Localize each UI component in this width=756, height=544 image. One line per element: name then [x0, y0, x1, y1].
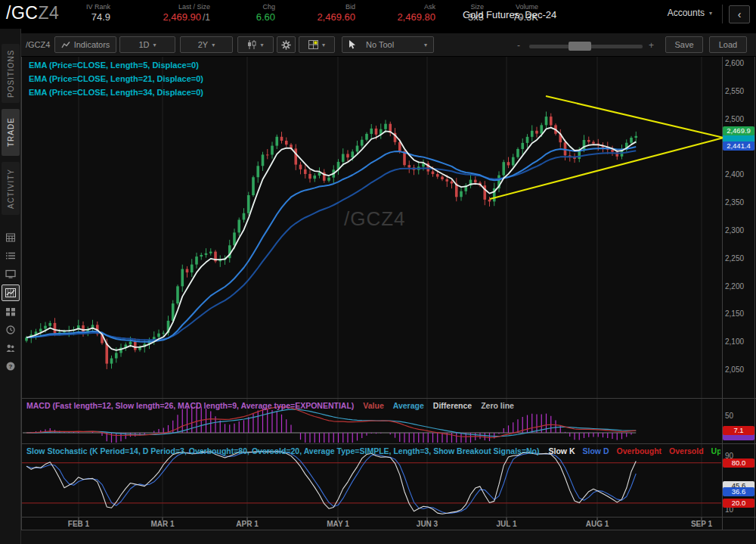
stochastic-legend: Slow KSlow DOverboughtOversoldUp SignalD… — [549, 446, 720, 455]
quote-field-label: Chg — [262, 2, 275, 11]
macd-axis-tick: 50 — [725, 412, 733, 420]
left-sidebar: POSITIONSTRADEACTIVITY ? — [0, 29, 21, 544]
chevron-down-icon: ▾ — [709, 10, 712, 17]
price-bubble: 2,469.9 — [723, 126, 754, 135]
ema-label: EMA (Price=CLOSE, Length=34, Displace=0) — [29, 85, 203, 99]
quote-field-value: 74.9 — [91, 11, 110, 23]
symbol-root: /GC — [6, 3, 38, 23]
macd-legend-item: Zero line — [481, 401, 514, 410]
accounts-dropdown[interactable]: Accounts ▾ — [668, 8, 712, 18]
load-button[interactable]: Load — [709, 36, 747, 53]
load-label: Load — [719, 40, 737, 49]
clock-icon[interactable] — [2, 322, 19, 337]
drawing-tool-dropdown[interactable]: No Tool ▾ — [342, 36, 434, 53]
time-axis-label: APR 1 — [236, 520, 258, 528]
stochastic-value-bubble: 80.0 — [723, 459, 754, 468]
topbar-divider — [722, 5, 723, 23]
stochastic-legend-item: Oversold — [669, 446, 704, 455]
sidebar-tab-activity[interactable]: ACTIVITY — [2, 162, 20, 215]
macd-legend-item: Average — [393, 401, 424, 410]
trading-platform-window: /GCZ4 IV Rank74.9Last / Size2,469.90/1Ch… — [0, 0, 756, 544]
chevron-down-icon: ▾ — [424, 42, 427, 48]
indicators-label: Indicators — [74, 40, 110, 49]
quote-field-suffix: /1 — [203, 12, 210, 23]
price-axis-label: 2,050 — [725, 365, 744, 374]
price-axis-label: 2,300 — [725, 226, 744, 235]
time-axis-label: MAR 1 — [150, 520, 174, 528]
quote-field-value: 2,469.90/1 — [163, 11, 210, 23]
time-axis-label: SEP 1 — [691, 520, 712, 528]
stochastic-study-label: Slow Stochastic (K Period=14, D Period=3… — [26, 446, 540, 455]
macd-legend-item: Difference — [433, 401, 472, 410]
bottom-strip — [21, 530, 756, 544]
price-axis-label: 2,350 — [725, 198, 744, 207]
quote-bar: /GCZ4 IV Rank74.9Last / Size2,469.90/1Ch… — [0, 0, 756, 29]
range-dropdown[interactable]: 2Y ▾ — [180, 36, 233, 53]
symbol-watermark: /GCZ4 — [344, 207, 406, 231]
save-label: Save — [674, 40, 693, 49]
chart-area[interactable] — [21, 56, 755, 530]
price-axis-label: 2,200 — [725, 282, 744, 291]
time-axis-label: JUN 3 — [417, 520, 438, 528]
time-axis-label: MAY 1 — [327, 520, 349, 528]
ema-study-labels: EMA (Price=CLOSE, Length=5, Displace=0)E… — [29, 58, 203, 99]
accounts-label: Accounts — [668, 8, 705, 18]
pattern-grid-icon — [308, 40, 318, 49]
price-bubble: 2,441.4 — [723, 141, 754, 151]
quote-field-label: Bid — [345, 2, 355, 11]
ema-label: EMA (Price=CLOSE, Length=5, Displace=0) — [29, 58, 203, 72]
quote-field-value: 2,469.60 — [317, 11, 355, 23]
chart-icon[interactable] — [2, 284, 20, 301]
collapse-panel-button[interactable]: ‹ — [729, 5, 750, 23]
contract-description: Gold Futures, Dec-24 — [463, 9, 556, 20]
quote-field-label: Last / Size — [178, 2, 210, 11]
save-button[interactable]: Save — [665, 36, 703, 53]
timeframe-dropdown[interactable]: 1D ▾ — [119, 36, 175, 53]
stochastic-legend-item: Slow D — [583, 446, 609, 455]
quote-field-label: IV Rank — [86, 2, 110, 11]
monitor-icon[interactable] — [2, 266, 19, 281]
price-axis-label: 2,250 — [725, 254, 744, 263]
chart-settings-button[interactable] — [277, 36, 296, 53]
calculator-icon[interactable] — [2, 230, 19, 245]
macd-legend-item: Value — [363, 401, 383, 410]
toolbar-symbol-label: /GCZ4 — [26, 40, 50, 49]
sidebar-tab-trade[interactable]: TRADE — [2, 109, 20, 156]
indicator-icon — [61, 41, 70, 49]
people-icon[interactable] — [2, 340, 19, 356]
symbol-month: Z4 — [38, 3, 59, 23]
stochastic-header: Slow Stochastic (K Period=14, D Period=3… — [26, 446, 720, 455]
grid-icon[interactable] — [2, 304, 19, 319]
time-scrollbar-handle[interactable] — [569, 42, 591, 51]
chevron-down-icon: ▾ — [153, 42, 156, 48]
stochastic-value-bubble: 36.6 — [723, 487, 754, 496]
chevron-down-icon: ▾ — [212, 42, 215, 48]
quote-field-value: 2,469.80 — [397, 11, 435, 23]
price-axis-label: 2,400 — [725, 170, 744, 179]
chart-style-dropdown[interactable]: ▾ — [237, 36, 274, 53]
price-axis-label: 2,550 — [725, 87, 744, 95]
candlestick-icon — [247, 40, 256, 49]
quote-field-bid: Bid2,469.60 — [286, 2, 366, 23]
macd-value-bubble: 7.1 — [723, 426, 754, 435]
stochastic-legend-item: Overbought — [617, 446, 662, 455]
chevron-down-icon: ▾ — [322, 42, 325, 48]
pattern-dropdown[interactable]: ▾ — [299, 36, 335, 53]
sidebar-tab-positions[interactable]: POSITIONS — [2, 44, 20, 103]
macd-study-label: MACD (Fast length=12, Slow length=26, MA… — [26, 401, 354, 410]
sidebar-tabs: POSITIONSTRADEACTIVITY — [2, 44, 20, 221]
time-axis-label: AUG 1 — [586, 520, 609, 528]
price-axis-label: 2,150 — [725, 309, 744, 318]
zoom-out-button[interactable]: - — [517, 40, 520, 51]
timeframe-value: 1D — [138, 40, 149, 49]
help-icon[interactable]: ? — [2, 359, 19, 374]
stochastic-legend-item: Up Signal — [711, 446, 720, 455]
stochastic-value-bubble: 20.0 — [723, 499, 754, 508]
gear-icon — [281, 40, 291, 50]
indicators-button[interactable]: Indicators — [54, 36, 116, 53]
tool-value: No Tool — [366, 40, 394, 49]
price-axis-label: 2,100 — [725, 337, 744, 346]
zoom-in-button[interactable]: + — [649, 40, 654, 51]
sidebar-icons: ? — [2, 228, 20, 375]
list-icon[interactable] — [2, 248, 19, 263]
